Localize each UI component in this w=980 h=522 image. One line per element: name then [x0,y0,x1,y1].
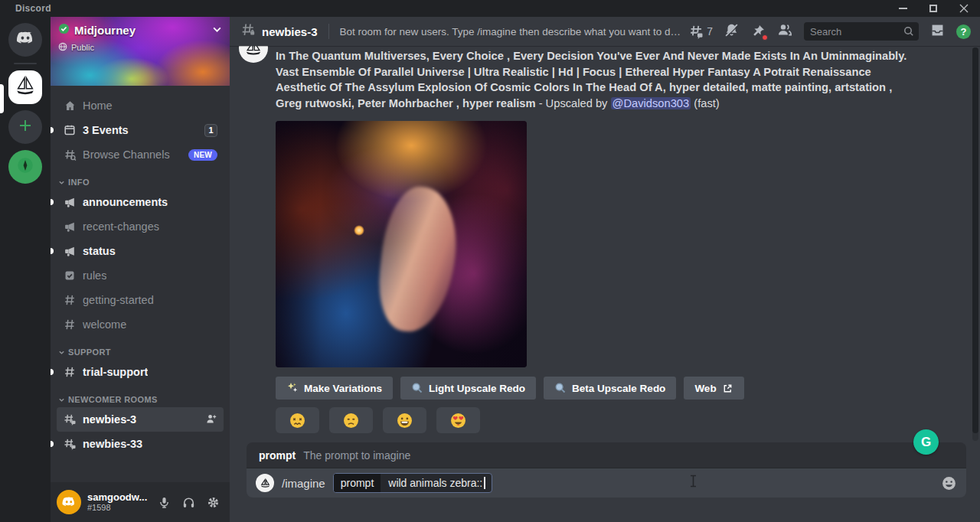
inbox-button[interactable] [929,22,946,41]
discord-home-button[interactable] [8,23,42,57]
pinned-messages-button[interactable] [750,24,766,39]
channel-list: Home 3 Events 1 Browse Channels NEW INFO [51,86,230,482]
sidebar-channel-newbies-33[interactable]: newbies-33 [57,432,224,456]
sidebar-item-label: Browse Channels [83,148,170,161]
channel-topic[interactable]: Bot room for new users. Type /imagine th… [340,26,683,38]
emoji-picker-button[interactable] [941,475,957,491]
beta-upscale-redo-button[interactable]: Beta Upscale Redo [544,377,676,400]
close-button[interactable] [959,3,969,14]
create-invite-icon[interactable] [205,413,217,427]
server-banner[interactable]: Midjourney Public [51,17,230,86]
sidebar-channel-newbies-3[interactable]: newbies-3 [57,407,224,432]
sidebar-channel-getting-started[interactable]: getting-started [57,288,224,312]
option-label: prompt [334,474,381,492]
add-server-button[interactable] [8,110,42,144]
search-icon [903,26,914,37]
generated-image[interactable] [276,121,527,367]
channel-label: trial-support [83,366,148,378]
username[interactable]: samgoodw... [87,492,147,503]
plus-icon [18,118,33,136]
sidebar-channel-welcome[interactable]: welcome [57,312,224,337]
light-upscale-redo-button[interactable]: Light Upscale Redo [400,377,536,400]
sidebar-channel-rules[interactable]: rules [57,263,224,288]
sailboat-icon [259,477,272,490]
sparkles-icon [286,382,299,394]
option-hint-description: The prompt to imagine [303,449,410,462]
minimize-button[interactable] [897,3,908,14]
grammarly-badge[interactable]: G [913,429,939,455]
search-box [804,22,919,41]
grammarly-letter: G [921,435,931,450]
sidebar-channel-announcements[interactable]: announcements [57,190,224,214]
upscaled-suffix: (fast) [691,97,720,109]
sidebar-channel-status[interactable]: status [57,239,224,263]
reaction-disappointed[interactable] [329,407,373,433]
chevron-down-icon [58,349,65,356]
sidebar-item-home[interactable]: Home [57,93,224,118]
settings-gear-button[interactable] [202,491,224,513]
message-input-bar[interactable]: /imagine prompt wild animals zebra:: [247,468,966,498]
globe-icon [58,42,67,53]
section-header-info[interactable]: INFO [58,178,224,187]
image-vignette [276,121,527,367]
sidebar-channel-recent-changes[interactable]: recent-changes [57,214,224,239]
section-title: NEWCOMER ROOMS [68,395,158,404]
megaphone-icon [63,244,77,258]
hash-icon [63,318,77,331]
avatar[interactable] [57,490,81,514]
reaction-heart-eyes[interactable] [436,407,480,433]
channel-label: announcements [83,196,168,208]
sidebar-channel-trial-support[interactable]: trial-support [57,360,224,384]
midjourney-server-button[interactable] [8,70,42,104]
scrollbar[interactable] [972,47,978,441]
threads-button[interactable]: 7 [688,24,713,40]
sidebar-item-browse-channels[interactable]: Browse Channels NEW [57,142,224,167]
midjourney-bot-avatar[interactable] [239,46,268,63]
text-caret [484,477,485,489]
web-button[interactable]: Web [684,377,743,400]
reaction-grinning[interactable] [383,407,426,433]
section-title: INFO [68,178,90,187]
explore-servers-button[interactable] [8,150,42,184]
channel-label: getting-started [83,294,154,306]
reaction-confounded[interactable] [276,407,319,433]
microphone-button[interactable] [153,491,175,513]
option-hint-name: prompt [259,449,296,462]
rules-checklist-icon [63,269,77,282]
message-area: In The Quantum Multiverses, Every Choice… [230,46,980,442]
headphones-button[interactable] [178,491,199,513]
command-option-pill[interactable]: prompt wild animals zebra:: [333,473,493,493]
button-label: Beta Upscale Redo [572,383,665,394]
chevron-down-icon[interactable] [212,24,222,38]
slash-command: /imagine [282,477,325,490]
sidebar-item-label: 3 Events [83,124,129,136]
sidebar-item-events[interactable]: 3 Events 1 [57,118,224,142]
channel-header: newbies-3 Bot room for new users. Type /… [230,17,980,46]
help-button[interactable]: ? [956,24,971,39]
megaphone-icon [63,220,77,233]
server-visibility-label: Public [71,43,94,52]
user-mention[interactable]: @Davidson303 [611,97,691,109]
maximize-button[interactable] [928,3,939,14]
search-input[interactable] [810,26,903,38]
channel-label: recent-changes [83,220,159,233]
section-header-newcomer-rooms[interactable]: NEWCOMER ROOMS [58,395,224,404]
channel-title: newbies-3 [262,25,318,38]
notifications-muted-icon[interactable] [724,22,740,41]
option-hint-popup: prompt The prompt to imagine G [247,442,966,468]
scrollbar-thumb[interactable] [972,47,978,433]
message-action-buttons: Make Variations Light Upscale Redo Beta … [276,377,980,400]
channel-label: rules [83,269,106,282]
home-icon [63,99,77,113]
option-value[interactable]: wild animals zebra:: [388,477,482,489]
selected-server-pill [0,84,4,113]
sailboat-icon [14,74,37,100]
magnifier-icon [554,382,567,394]
hash-icon [63,365,77,379]
disappointed-face-icon [343,413,359,429]
member-list-button[interactable] [776,21,793,41]
section-header-support[interactable]: SUPPORT [58,347,224,357]
make-variations-button[interactable]: Make Variations [276,377,393,400]
composer: prompt The prompt to imagine G /imagine … [230,442,980,522]
server-name: Midjourney [74,24,136,37]
